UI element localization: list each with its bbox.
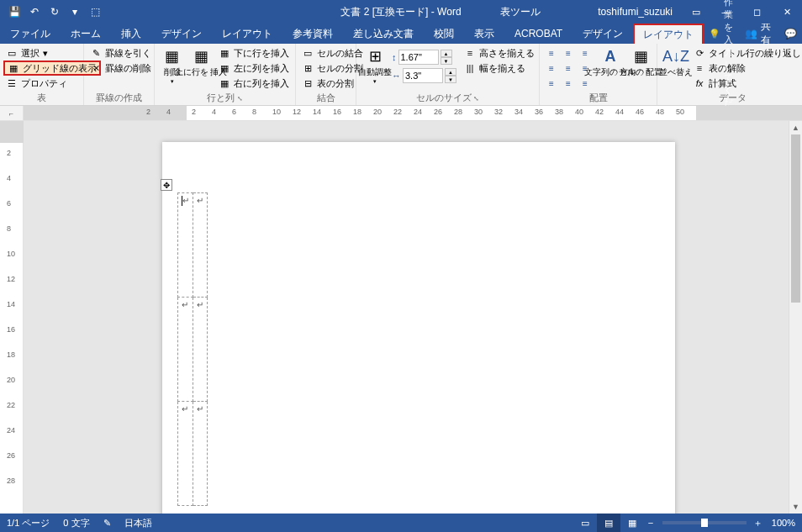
tab-table-layout[interactable]: レイアウト: [633, 24, 704, 44]
horizontal-ruler[interactable]: 2468101214161820222426283032343638404244…: [24, 106, 802, 120]
ruler-tick: 2: [192, 108, 196, 116]
paragraph-mark: ↵: [182, 196, 189, 205]
ruler-tick: 42: [595, 108, 604, 116]
tab-review[interactable]: 校閲: [424, 24, 464, 44]
zoom-in-button[interactable]: ＋: [752, 517, 765, 529]
width-spinner-down[interactable]: ▼: [445, 76, 456, 83]
table-cell[interactable]: ↵: [193, 193, 208, 298]
ruler-tick: 48: [656, 108, 664, 116]
align-top-center[interactable]: ≡: [560, 45, 577, 61]
align-top-right[interactable]: ≡: [577, 45, 594, 61]
eraser-button[interactable]: ⨯罫線の削除: [87, 61, 154, 76]
touch-mode-button[interactable]: ⬚: [86, 3, 104, 21]
delete-button[interactable]: ▦ 削除: [158, 45, 186, 87]
align-bot-center[interactable]: ≡: [560, 76, 577, 91]
tab-layout[interactable]: レイアウト: [212, 24, 282, 44]
web-layout-button[interactable]: ▦: [620, 514, 644, 532]
label-table[interactable]: ↵ ↵ ↵ ↵ ↵ ↵: [177, 192, 208, 506]
read-mode-button[interactable]: ▭: [573, 514, 597, 532]
tab-file[interactable]: ファイル: [0, 24, 61, 44]
col-width-input[interactable]: [403, 68, 443, 83]
status-spelling[interactable]: ✎: [97, 518, 118, 529]
vertical-scrollbar[interactable]: ▲ ▼: [789, 121, 802, 514]
insert-above-button[interactable]: ▦ 上に行を 挿入: [186, 45, 216, 78]
maximize-button[interactable]: ◻: [741, 0, 772, 24]
zoom-out-button[interactable]: −: [644, 518, 657, 528]
properties-label: プロパティ: [21, 77, 67, 90]
table-cell[interactable]: ↵: [193, 402, 208, 506]
distribute-rows-button[interactable]: ≡高さを揃える: [462, 45, 537, 61]
vertical-ruler[interactable]: 246810121416182022242628: [0, 121, 24, 514]
ruler-tick: 38: [555, 108, 563, 116]
tab-table-design[interactable]: デザイン: [572, 24, 633, 44]
redo-button[interactable]: ↻: [45, 3, 64, 21]
customize-qat-button[interactable]: ▾: [66, 3, 84, 21]
align-bot-right[interactable]: ≡: [577, 76, 594, 91]
eraser-icon: ⨯: [90, 63, 102, 73]
zoom-thumb[interactable]: [701, 519, 708, 527]
insert-right-button[interactable]: ▦右に列を挿入: [216, 76, 292, 91]
comments-button[interactable]: 💬: [778, 24, 802, 44]
share-button[interactable]: 👥 共有: [738, 24, 778, 44]
ribbon-options-button[interactable]: ▭: [681, 0, 711, 24]
zoom-value[interactable]: 100%: [765, 518, 802, 528]
vruler-tick: 10: [7, 250, 15, 258]
document-area[interactable]: ✥ ↵ ↵ ↵ ↵ ↵ ↵ ▲ ▼: [24, 121, 802, 514]
tab-view[interactable]: 表示: [464, 24, 504, 44]
group-rows-cols-label[interactable]: 行と列: [158, 92, 292, 103]
height-spinner-down[interactable]: ▼: [441, 57, 452, 65]
insert-below-button[interactable]: ▦下に行を挿入: [216, 45, 292, 61]
ruler-tick: 12: [293, 108, 301, 116]
align-mid-left[interactable]: ≡: [543, 61, 560, 76]
print-layout-button[interactable]: ▤: [597, 514, 620, 532]
scroll-down-button[interactable]: ▼: [789, 500, 802, 514]
user-name[interactable]: toshifumi_suzuki: [589, 6, 681, 18]
table-cell[interactable]: ↵: [178, 402, 193, 506]
tell-me-search[interactable]: 💡 実行したい作業を入力してください: [704, 24, 738, 44]
scroll-up-button[interactable]: ▲: [789, 121, 802, 134]
tab-acrobat[interactable]: ACROBAT: [504, 24, 572, 44]
formula-button[interactable]: fx計算式: [691, 76, 802, 91]
table-cell[interactable]: ↵: [178, 193, 193, 298]
table-cell[interactable]: ↵: [193, 298, 208, 402]
tab-home[interactable]: ホーム: [61, 24, 111, 44]
bulb-icon: 💡: [709, 29, 720, 40]
insert-left-button[interactable]: ▦左に列を挿入: [216, 61, 292, 76]
distribute-cols-button[interactable]: |||幅を揃える: [462, 61, 537, 76]
group-cellsize-label[interactable]: セルのサイズ: [360, 92, 536, 103]
status-language[interactable]: 日本語: [118, 517, 159, 529]
scroll-thumb-v[interactable]: [791, 134, 800, 303]
status-page[interactable]: 1/1 ページ: [0, 517, 56, 529]
align-top-left[interactable]: ≡: [543, 45, 560, 61]
width-spinner-up[interactable]: ▲: [445, 68, 456, 76]
tab-insert[interactable]: 挿入: [111, 24, 151, 44]
sort-button[interactable]: A↓Z 並べ替え: [661, 45, 691, 78]
ruler-tick: 2: [146, 108, 150, 116]
convert-button[interactable]: ≡表の解除: [691, 61, 802, 76]
tab-references[interactable]: 参考資料: [282, 24, 343, 44]
tab-mailings[interactable]: 差し込み文書: [343, 24, 424, 44]
repeat-header-button[interactable]: ⟳タイトル行の繰り返し: [691, 45, 802, 61]
height-spinner-up[interactable]: ▲: [441, 50, 452, 57]
ruler-corner[interactable]: ⌐: [0, 106, 24, 120]
undo-button[interactable]: ↶: [25, 3, 44, 21]
align-bot-left[interactable]: ≡: [543, 76, 560, 91]
vruler-tick: 4: [7, 174, 11, 182]
split-icon: ⊞: [302, 63, 314, 73]
save-button[interactable]: 💾: [5, 3, 24, 21]
cell-margins-button[interactable]: ▦ セルの 配置: [627, 45, 654, 78]
status-word-count[interactable]: 0 文字: [56, 517, 96, 529]
align-mid-center[interactable]: ≡: [560, 61, 577, 76]
table-row: ↵ ↵: [178, 193, 208, 298]
row-height-input[interactable]: [398, 50, 439, 65]
autofit-button[interactable]: ⊞ 自動調整: [360, 45, 390, 87]
table-cell[interactable]: ↵: [178, 298, 193, 402]
zoom-slider[interactable]: [662, 521, 747, 524]
insert-left-label: 左に列を挿入: [234, 62, 289, 75]
draw-border-button[interactable]: ✎罫線を引く: [87, 45, 154, 61]
convert-icon: ≡: [694, 63, 705, 73]
table-move-handle[interactable]: ✥: [161, 179, 172, 191]
pencil-icon: ✎: [90, 48, 102, 58]
close-button[interactable]: ✕: [772, 0, 802, 24]
tab-design[interactable]: デザイン: [151, 24, 212, 44]
